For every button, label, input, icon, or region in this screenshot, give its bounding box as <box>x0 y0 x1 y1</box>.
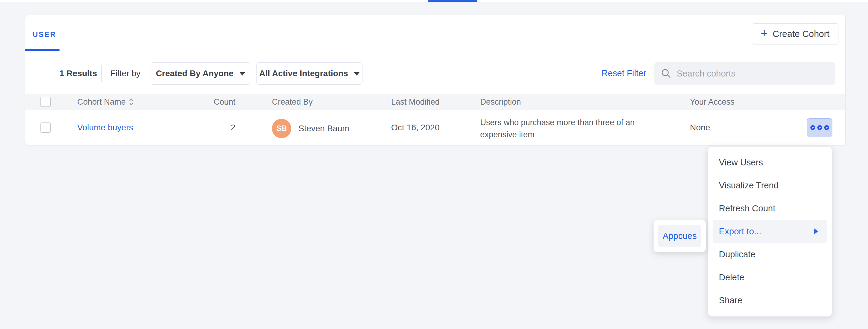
menu-item-visualize-trend[interactable]: Visualize Trend <box>708 174 832 197</box>
top-app-strip <box>0 0 868 2</box>
row-checkbox[interactable] <box>40 122 51 133</box>
menu-item-delete[interactable]: Delete <box>708 266 832 289</box>
plus-icon: + <box>761 27 768 39</box>
create-cohort-button[interactable]: + Create Cohort <box>752 23 838 45</box>
column-header-your-access: Your Access <box>690 98 735 107</box>
integrations-dropdown-value: All Active Integrations <box>259 68 348 78</box>
last-modified-date: Oct 16, 2020 <box>391 123 439 133</box>
search-icon <box>661 68 671 79</box>
column-header-cohort-name[interactable]: Cohort Name <box>77 98 134 107</box>
select-all-checkbox[interactable] <box>40 97 51 107</box>
created-by-name: Steven Baum <box>299 124 349 133</box>
create-cohort-label: Create Cohort <box>773 29 829 39</box>
sort-updown-icon <box>129 98 134 106</box>
row-actions-context-menu: View Users Visualize Trend Refresh Count… <box>708 146 832 317</box>
integrations-dropdown[interactable]: All Active Integrations <box>256 62 363 85</box>
triangle-right-icon <box>814 228 818 235</box>
tab-user-active-underline <box>25 49 60 51</box>
reset-filter-link[interactable]: Reset Filter <box>601 52 646 94</box>
submenu-item-appcues[interactable]: Appcues <box>658 225 701 247</box>
export-submenu: Appcues <box>653 220 706 252</box>
your-access-value: None <box>690 123 710 133</box>
top-active-tab-indicator <box>428 0 477 2</box>
column-header-count: Count <box>182 98 236 107</box>
filter-by-label: Filter by <box>111 52 141 94</box>
column-header-created-by: Created By <box>272 98 313 107</box>
menu-item-duplicate[interactable]: Duplicate <box>708 243 832 266</box>
caret-down-icon <box>354 72 360 76</box>
search-cohorts-input[interactable] <box>677 68 829 79</box>
created-by-dropdown-value: Created By Anyone <box>156 68 233 78</box>
cohort-name-link[interactable]: Volume buyers <box>77 123 133 132</box>
menu-item-share[interactable]: Share <box>708 289 832 312</box>
caret-down-icon <box>240 72 245 76</box>
menu-item-refresh-count[interactable]: Refresh Count <box>708 197 832 220</box>
column-header-description: Description <box>480 98 654 107</box>
table-header-row: Cohort Name Count Created By Last Modifi… <box>25 94 845 110</box>
menu-item-view-users[interactable]: View Users <box>708 151 832 174</box>
table-row: Volume buyers 2 SB Steven Baum Oct 16, 2… <box>25 110 845 145</box>
ellipsis-icon <box>810 125 815 130</box>
avatar: SB <box>272 119 291 138</box>
ellipsis-icon <box>824 125 829 130</box>
cohort-description: Users who purchase more than three of an… <box>480 116 654 141</box>
results-count: 1 Results <box>59 52 97 94</box>
tab-user[interactable]: USER <box>33 30 56 39</box>
search-cohorts-box[interactable] <box>654 62 835 85</box>
created-by-dropdown[interactable]: Created By Anyone <box>151 62 250 85</box>
row-more-actions-button[interactable] <box>807 118 832 137</box>
menu-item-export-to[interactable]: Export to... <box>713 220 827 243</box>
cohort-count: 2 <box>182 123 236 133</box>
cohorts-panel: USER + Create Cohort 1 Results Filter by… <box>25 15 846 145</box>
ellipsis-icon <box>817 125 822 130</box>
filter-divider <box>101 65 102 82</box>
filter-bar: 1 Results Filter by Created By Anyone Al… <box>25 52 845 94</box>
column-header-last-modified: Last Modified <box>391 98 440 107</box>
